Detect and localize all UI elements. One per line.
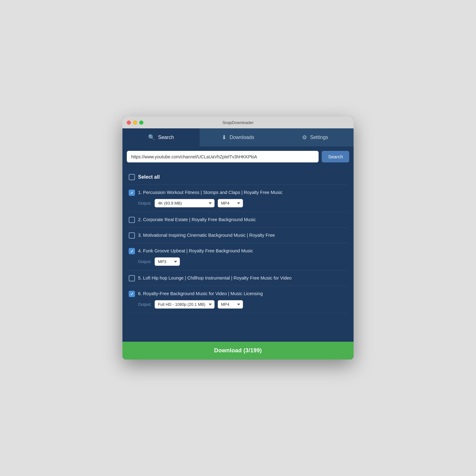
video-row-6: 6. Royalty-Free Background Music for Vid… [129, 290, 347, 297]
video-item-4: 4. Funk Groove Upbeat | Royalty Free Bac… [127, 243, 349, 270]
maximize-button[interactable] [139, 121, 143, 125]
close-button[interactable] [127, 121, 131, 125]
video-item-2: 2. Corporate Real Estate | Royalty Free … [127, 212, 349, 227]
video-checkbox-4[interactable] [129, 248, 135, 254]
url-input[interactable] [127, 151, 319, 162]
video-title-6: 6. Royalty-Free Background Music for Vid… [138, 290, 347, 297]
format-select-6[interactable]: MP4 MP3 WEBM [218, 300, 243, 309]
video-title-3: 3. Motivational Inspiring Cinematic Back… [138, 232, 347, 238]
output-row-4: Output: MP3 MP4 WEBM [138, 257, 347, 266]
tab-search[interactable]: 🔍 Search [122, 128, 200, 146]
video-row-5: 5. Lofi Hip hop Lounge | Chillhop Instru… [129, 275, 347, 281]
video-item-1: 1. Percussion Workout Fitness | Stomps a… [127, 185, 349, 212]
video-checkbox-1[interactable] [129, 190, 135, 196]
video-checkbox-5[interactable] [129, 275, 135, 281]
quality-select-6[interactable]: Full HD - 1080p (20.1 MB) 4K (93.9 MB) H… [155, 300, 215, 309]
output-label-6: Output: [138, 302, 151, 307]
select-all-checkbox[interactable] [129, 174, 135, 180]
settings-nav-icon: ⚙ [302, 134, 307, 141]
video-checkbox-3[interactable] [129, 232, 135, 239]
download-button[interactable]: Download (3/199) [122, 342, 354, 359]
video-title-5: 5. Lofi Hip hop Lounge | Chillhop Instru… [138, 275, 347, 281]
video-item-5: 5. Lofi Hip hop Lounge | Chillhop Instru… [127, 270, 349, 286]
video-title-1: 1. Percussion Workout Fitness | Stomps a… [138, 189, 347, 196]
video-checkbox-2[interactable] [129, 217, 135, 223]
video-row-1: 1. Percussion Workout Fitness | Stomps a… [129, 189, 347, 196]
output-row-6: Output: Full HD - 1080p (20.1 MB) 4K (93… [138, 300, 347, 309]
downloads-nav-icon: ⬇ [222, 134, 226, 141]
quality-select-1[interactable]: 4K (93.9 MB) Full HD - 1080p (20.1 MB) H… [155, 199, 215, 207]
format-select-4[interactable]: MP3 MP4 WEBM [155, 257, 180, 266]
output-label-1: Output: [138, 201, 151, 206]
title-bar: SnapDownloader [122, 117, 354, 128]
output-label-4: Output: [138, 259, 151, 264]
video-title-2: 2. Corporate Real Estate | Royalty Free … [138, 216, 347, 223]
video-row-4: 4. Funk Groove Upbeat | Royalty Free Bac… [129, 248, 347, 254]
app-window: SnapDownloader 🔍 Search ⬇ Downloads ⚙ Se… [122, 117, 354, 359]
content-area: Select all 1. Percussion Workout Fitness… [122, 167, 354, 342]
window-title: SnapDownloader [222, 120, 254, 125]
minimize-button[interactable] [133, 121, 137, 125]
video-item-6: 6. Royalty-Free Background Music for Vid… [127, 286, 349, 313]
settings-tab-label: Settings [310, 135, 328, 140]
video-row-2: 2. Corporate Real Estate | Royalty Free … [129, 216, 347, 223]
output-row-1: Output: 4K (93.9 MB) Full HD - 1080p (20… [138, 199, 347, 207]
nav-bar: 🔍 Search ⬇ Downloads ⚙ Settings [122, 128, 354, 146]
select-all-label: Select all [138, 174, 160, 180]
video-row-3: 3. Motivational Inspiring Cinematic Back… [129, 232, 347, 239]
search-bar: Search [122, 146, 354, 167]
select-all-row: Select all [127, 171, 349, 185]
search-nav-icon: 🔍 [148, 134, 155, 141]
video-checkbox-6[interactable] [129, 291, 135, 297]
traffic-lights [127, 121, 143, 125]
search-button[interactable]: Search [322, 151, 349, 162]
format-select-1[interactable]: MP4 MP3 WEBM [218, 199, 243, 207]
downloads-tab-label: Downloads [230, 135, 254, 140]
search-tab-label: Search [158, 135, 174, 140]
tab-downloads[interactable]: ⬇ Downloads [200, 128, 277, 146]
video-title-4: 4. Funk Groove Upbeat | Royalty Free Bac… [138, 248, 347, 254]
video-item-3: 3. Motivational Inspiring Cinematic Back… [127, 227, 349, 243]
tab-settings[interactable]: ⚙ Settings [276, 128, 354, 146]
